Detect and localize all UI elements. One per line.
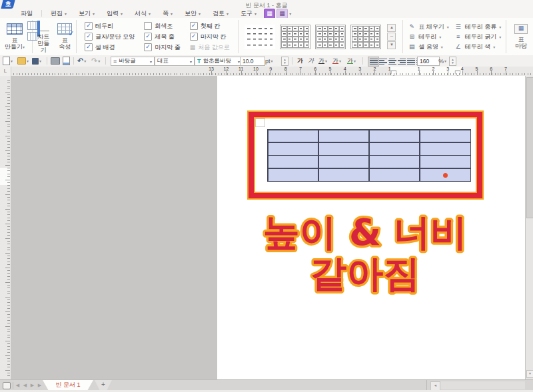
checkbox-마지막 칸[interactable]: ✓마지막 칸 (190, 33, 230, 41)
table-style-preview-0[interactable] (245, 25, 275, 49)
save-button[interactable]: ▾ (32, 57, 41, 65)
table-cell[interactable] (420, 143, 470, 155)
italic-button[interactable]: 가 (308, 57, 314, 65)
menu-3[interactable]: 입력▾ (101, 9, 129, 18)
table-cell[interactable] (370, 143, 420, 155)
checkbox-box[interactable]: ✓ (85, 22, 93, 30)
horizontal-scrollbar[interactable] (440, 381, 525, 389)
last-tab-icon[interactable]: ▶ (36, 381, 43, 389)
table-cell[interactable] (319, 156, 369, 168)
btn-셀 음영[interactable]: ▤셀 음영▾ (406, 43, 451, 51)
checkbox-box[interactable]: ✓ (144, 43, 152, 51)
vertical-scrollbar[interactable]: ▼ (525, 76, 533, 379)
table-cell[interactable] (319, 130, 369, 142)
gallery-divider-icon[interactable]: ─ (387, 33, 396, 41)
btn-테두리[interactable]: ⊞테두리▾ (406, 33, 451, 41)
checkbox-테두리[interactable]: ✓테두리 (85, 22, 135, 31)
table-style-preview-3[interactable] (350, 25, 381, 49)
size-unit-select[interactable]: pt▾ (265, 57, 273, 65)
menu-7[interactable]: 검토▾ (207, 9, 235, 18)
table-cell[interactable] (370, 130, 420, 142)
table-cell[interactable] (420, 130, 470, 142)
tab-stop-selector[interactable]: L (0, 67, 11, 77)
paragraph-style-select[interactable]: ≡바탕글▾ (111, 57, 155, 66)
add-tab-button[interactable]: + (95, 380, 112, 391)
new-document-button[interactable]: ▾ (3, 57, 13, 65)
make-table-button[interactable]: 표 만들기▾ (3, 23, 27, 51)
btn-테두리 색[interactable]: ∠테두리 색▾ (452, 43, 504, 51)
checkbox-box[interactable]: ✓ (190, 22, 198, 30)
btn-표 채우기[interactable]: ✎표 채우기▾ (406, 23, 451, 31)
checkbox-box[interactable]: ✓ (85, 33, 93, 41)
btn-테두리 종류[interactable]: ☰테두리 종류▾ (452, 23, 504, 31)
font-color-button[interactable]: 가▾ (332, 57, 341, 65)
menu-6[interactable]: 보안▾ (179, 9, 207, 18)
checkbox-제목 줄[interactable]: ✓제목 줄 (144, 33, 181, 41)
scroll-down-icon[interactable]: ▼ (526, 370, 533, 378)
prev-tab-icon[interactable]: ◀ (21, 381, 29, 389)
zoom-input[interactable]: 160 (417, 57, 440, 66)
table-madang-button[interactable]: ▦ 표 마당 (509, 24, 533, 49)
open-button[interactable]: ▾ (17, 57, 29, 65)
undo-button[interactable]: ↶▾ (77, 57, 86, 65)
checkbox-마지막 줄[interactable]: ✓마지막 줄 (144, 43, 181, 52)
table-properties-button[interactable]: ✓ 표 속성 (56, 23, 73, 50)
table-cell[interactable] (370, 169, 420, 181)
checkbox-셀 배경[interactable]: ✓셀 배경 (85, 43, 135, 52)
menu-8[interactable]: 도구▾ (235, 9, 263, 18)
gallery-up-icon[interactable]: ▲ (387, 24, 396, 32)
checkbox-글자/문단 모양[interactable]: ✓글자/문단 모양 (85, 33, 135, 41)
checkbox-회색조[interactable]: 회색조 (144, 22, 181, 31)
checkbox-box[interactable] (144, 22, 152, 30)
zoom-unit-select[interactable]: %▾ (438, 57, 446, 65)
btn-테두리 굵기[interactable]: ≡테두리 굵기▾ (452, 33, 504, 41)
document-page[interactable]: 높이 & 너비 같아짐 (217, 76, 525, 379)
document-canvas[interactable]: 높이 & 너비 같아짐 (11, 76, 525, 379)
checkbox-첫째 칸[interactable]: ✓첫째 칸 (190, 22, 230, 31)
menu-0[interactable]: 파일 (15, 9, 39, 18)
checkbox-box[interactable]: ✓ (190, 33, 198, 41)
checkbox-box[interactable]: ✓ (85, 43, 93, 51)
menu-1[interactable]: 편집▾ (45, 9, 73, 18)
table-style-preview-1[interactable] (280, 25, 310, 49)
table-cell[interactable] (319, 143, 369, 155)
table-cell[interactable] (420, 156, 470, 168)
table-cell[interactable] (268, 169, 318, 181)
table-layout-context-icon[interactable]: ▦ (276, 9, 288, 19)
hscroll-left-icon[interactable]: ◂ (430, 381, 440, 391)
first-tab-icon[interactable]: ◀ (14, 381, 21, 389)
table-style-preview-2[interactable] (315, 25, 346, 49)
document-list-icon[interactable] (3, 382, 11, 389)
menu-5[interactable]: 쪽▾ (157, 9, 179, 18)
gallery-more-icon[interactable]: ▼ (387, 41, 396, 49)
context-caret-icon[interactable]: ▾ (289, 11, 291, 16)
vertical-ruler[interactable] (0, 76, 11, 379)
tab-document-1[interactable]: 빈 문서 1 (43, 380, 93, 391)
style-set-select[interactable]: 대표▾ (155, 57, 195, 66)
table-cell[interactable] (319, 169, 369, 181)
preview-button[interactable] (63, 57, 70, 65)
menu-4[interactable]: 서식▾ (129, 9, 157, 18)
vertical-scrollbar-thumb[interactable] (526, 77, 533, 218)
table-cell[interactable] (268, 143, 318, 155)
next-tab-icon[interactable]: ▶ (29, 381, 36, 389)
checkbox-box[interactable]: ✓ (144, 33, 152, 41)
table-design-context-icon[interactable]: ▦ (264, 9, 275, 19)
horizontal-ruler[interactable]: 123456789101112131234567 (0, 67, 533, 77)
table-cell[interactable] (268, 130, 318, 142)
table-cell[interactable] (370, 156, 420, 168)
bold-button[interactable]: 가 (297, 57, 303, 65)
font-name-select[interactable]: T함초롬바탕▾ (195, 57, 243, 66)
underline-button[interactable]: 가▾ (318, 57, 327, 65)
table-cell[interactable] (268, 156, 318, 168)
zoom-stepper[interactable]: ▲▼ (449, 57, 456, 66)
font-size-input[interactable]: 10.0 (240, 57, 265, 66)
document-table[interactable] (267, 129, 471, 182)
make-chart-button[interactable]: 차트 만들기 (35, 21, 52, 53)
table-cell[interactable] (420, 169, 470, 181)
font-size-stepper[interactable]: ▲▼ (281, 57, 288, 66)
redo-button[interactable]: ↷▾ (91, 57, 100, 65)
highlight-color-button[interactable]: 가▾ (347, 57, 356, 65)
menu-2[interactable]: 보기▾ (73, 9, 101, 18)
print-button[interactable] (51, 57, 60, 65)
